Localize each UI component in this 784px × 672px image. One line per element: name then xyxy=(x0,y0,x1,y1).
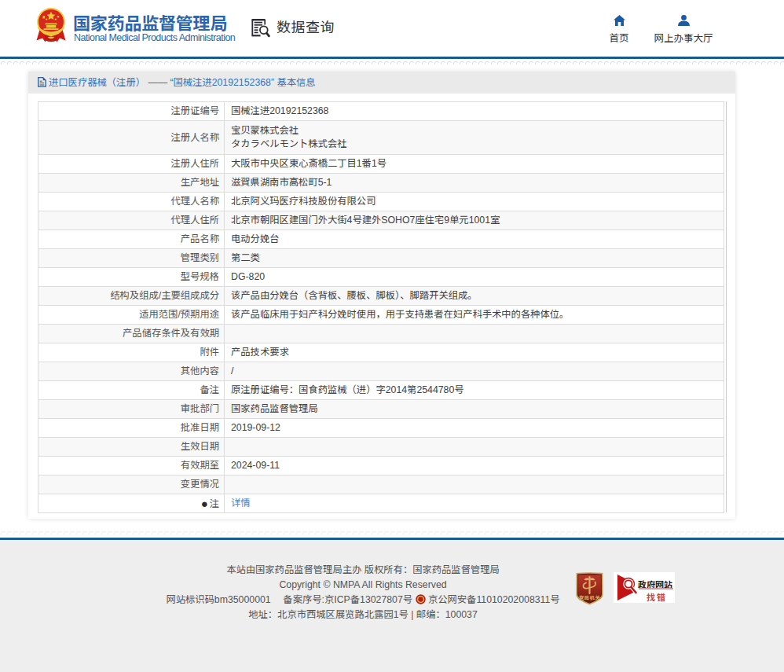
svg-text:党政机关: 党政机关 xyxy=(579,594,600,601)
